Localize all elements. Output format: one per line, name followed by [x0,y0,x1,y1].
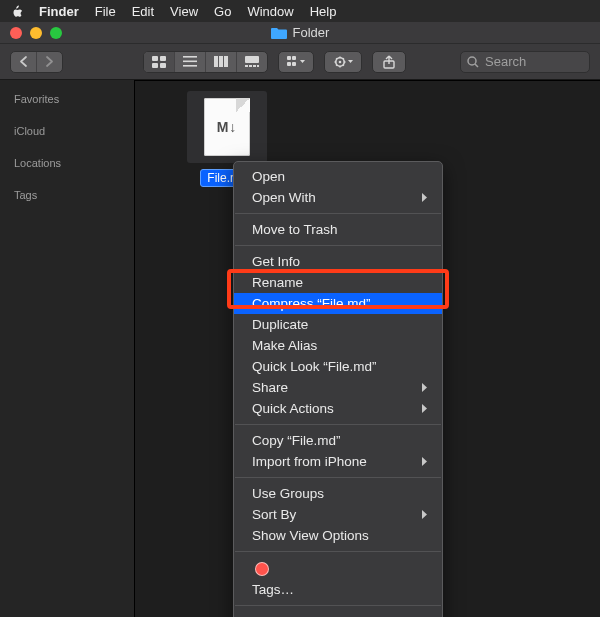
submenu-arrow-icon [421,190,428,205]
context-separator [235,551,441,552]
context-item-label: Copy “File.md” [252,433,341,448]
svg-rect-10 [245,56,259,63]
context-item-label: Import from iPhone [252,454,367,469]
context-item-sort-by[interactable]: Sort By [234,504,442,525]
zoom-button[interactable] [50,27,62,39]
window-title: Folder [293,25,330,40]
submenu-arrow-icon [421,454,428,469]
context-separator [235,424,441,425]
svg-rect-5 [183,61,197,63]
menubar-item-go[interactable]: Go [214,4,231,19]
submenu-arrow-icon [421,507,428,522]
sidebar-section-icloud[interactable]: iCloud [0,120,134,142]
context-item-get-info[interactable]: Get Info [234,251,442,272]
svg-rect-12 [249,65,252,67]
svg-line-28 [336,64,337,65]
sidebar-section-tags[interactable]: Tags [0,184,134,206]
svg-line-25 [336,58,337,59]
svg-rect-15 [287,56,291,60]
context-item-label: Rename [252,275,303,290]
context-item-use-groups[interactable]: Use Groups [234,483,442,504]
context-separator [235,245,441,246]
close-button[interactable] [10,27,22,39]
svg-rect-1 [160,56,166,61]
system-menubar: Finder File Edit View Go Window Help [0,0,600,22]
svg-line-26 [343,64,344,65]
menubar-item-edit[interactable]: Edit [132,4,154,19]
menubar-item-window[interactable]: Window [247,4,293,19]
menubar-item-file[interactable]: File [95,4,116,19]
context-item-compress-file-md[interactable]: Compress “File.md” [234,293,442,314]
svg-rect-13 [253,65,256,67]
svg-rect-29 [384,61,394,68]
search-icon [467,56,479,68]
svg-rect-7 [214,56,218,67]
folder-icon [271,27,287,39]
context-item-open[interactable]: Open [234,166,442,187]
view-gallery-button[interactable] [237,52,267,72]
context-item-label: Compress “File.md” [252,296,371,311]
view-icons-button[interactable] [144,52,175,72]
context-item-label: Share [252,380,288,395]
svg-rect-11 [245,65,248,67]
context-menu: OpenOpen WithMove to TrashGet InfoRename… [233,161,443,617]
apple-logo-icon[interactable] [10,4,23,19]
file-glyph: M↓ [204,119,250,135]
view-list-button[interactable] [175,52,206,72]
group-by-button[interactable] [278,51,314,73]
svg-rect-18 [292,62,296,66]
svg-rect-0 [152,56,158,61]
svg-rect-14 [257,65,259,67]
context-item-make-alias[interactable]: Make Alias [234,335,442,356]
context-item-move-to-trash[interactable]: Move to Trash [234,219,442,240]
context-item-label: Use Groups [252,486,324,501]
sidebar: Favorites iCloud Locations Tags [0,80,135,617]
context-item-share[interactable]: Share [234,377,442,398]
context-item-label: Get Info [252,254,300,269]
search-field[interactable]: Search [460,51,590,73]
svg-rect-17 [287,62,291,66]
svg-point-19 [336,57,344,65]
context-item-rename[interactable]: Rename [234,272,442,293]
svg-rect-6 [183,65,197,67]
window-controls [0,27,62,39]
context-item-label: Open With [252,190,316,205]
svg-line-31 [475,64,478,67]
back-button[interactable] [11,52,37,72]
context-item-duplicate[interactable]: Duplicate [234,314,442,335]
context-item-open-with[interactable]: Open With [234,187,442,208]
window-titlebar: Folder [0,22,600,44]
file-thumbnail: M↓ [187,91,267,163]
forward-button[interactable] [37,52,62,72]
context-item-label: Sort By [252,507,296,522]
submenu-arrow-icon [421,401,428,416]
context-item-copy-file-md[interactable]: Copy “File.md” [234,430,442,451]
svg-line-27 [343,58,344,59]
menubar-item-help[interactable]: Help [310,4,337,19]
share-button[interactable] [372,51,406,73]
context-item-quick-look-file-md[interactable]: Quick Look “File.md” [234,356,442,377]
context-item-label: Duplicate [252,317,308,332]
context-item-label: Open [252,169,285,184]
context-item-import-from-iphone[interactable]: Import from iPhone [234,451,442,472]
context-item-add-to-evernote[interactable]: Add to Evernote [234,611,442,617]
tag-color-red-icon[interactable] [255,562,269,576]
context-item-label: Quick Look “File.md” [252,359,377,374]
svg-rect-3 [160,63,166,68]
menubar-item-view[interactable]: View [170,4,198,19]
context-item-label: Show View Options [252,528,369,543]
context-item-tags[interactable]: Tags… [234,579,442,600]
svg-rect-8 [219,56,223,67]
menubar-app-name[interactable]: Finder [39,4,79,19]
sidebar-section-favorites[interactable]: Favorites [0,88,134,110]
context-item-quick-actions[interactable]: Quick Actions [234,398,442,419]
view-columns-button[interactable] [206,52,237,72]
context-item-label: Tags… [252,582,294,597]
minimize-button[interactable] [30,27,42,39]
svg-rect-16 [292,56,296,60]
action-gear-button[interactable] [324,51,362,73]
sidebar-section-locations[interactable]: Locations [0,152,134,174]
context-item-tag-swatches[interactable] [234,557,442,579]
svg-rect-2 [152,63,158,68]
context-item-show-view-options[interactable]: Show View Options [234,525,442,546]
